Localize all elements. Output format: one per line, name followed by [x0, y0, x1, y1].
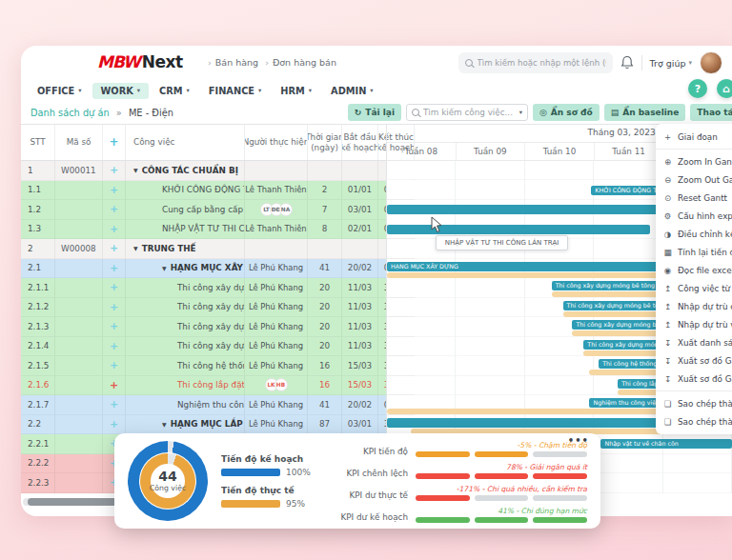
menu-item[interactable]: ◉Đọc file excel dự t — [656, 261, 732, 279]
add-subtask-icon[interactable]: + — [103, 161, 126, 181]
gantt-bar[interactable]: Thi công xây dựng móng bê tông Tủ — [552, 281, 661, 290]
user-avatar[interactable] — [700, 51, 722, 74]
menu-item[interactable]: ⚙Cấu hình expand c — [656, 207, 732, 225]
menu-item[interactable]: ⊕Zoom In Gantt — [656, 152, 732, 170]
cell-assignee: Lê Thanh Thiên — [245, 220, 308, 240]
chevron-down-icon: ▾ — [309, 87, 312, 94]
breadcrumb-item-2[interactable]: Đơn hàng bán — [273, 57, 336, 68]
add-subtask-icon[interactable]: + — [103, 337, 126, 357]
add-subtask-icon[interactable]: + — [103, 298, 126, 318]
menu-item[interactable]: ↥Công việc từ Exce — [656, 279, 732, 297]
nav-item-office[interactable]: OFFICE▾ — [29, 83, 91, 99]
task-row-2.1.1[interactable]: 2.1.1+Thi công xây dựng móng bê tông TLê… — [21, 278, 386, 298]
task-row-2.1.7[interactable]: 2.1.7+Nghiệm thu công việc xây dựng từLê… — [21, 395, 386, 415]
add-subtask-icon[interactable]: + — [103, 181, 126, 201]
reload-button[interactable]: ↻ Tải lại — [348, 104, 401, 121]
nav-item-work[interactable]: WORK▾ — [92, 83, 150, 99]
menu-item[interactable]: ↧Xuất sơ đồ Gantt — [656, 370, 732, 388]
gantt-bar[interactable]: Thi công lắp đặt mốc s — [618, 379, 661, 389]
cell-start-date: 11/03 — [342, 337, 378, 357]
home-fab[interactable]: ⌂ — [717, 79, 732, 98]
notifications-bell-icon[interactable] — [620, 55, 634, 70]
menu-item[interactable]: ↥Nhập dự trù vật li — [656, 315, 732, 333]
cell-code — [55, 376, 103, 396]
hide-baseline-button[interactable]: ▤ Ẩn baseline — [604, 104, 686, 121]
gantt-bar[interactable]: Thi công xây dựng móng bê tô — [572, 320, 661, 330]
add-subtask-icon[interactable]: + — [103, 259, 126, 279]
menu-item[interactable]: ❏Sao chép thành d — [656, 412, 732, 430]
kpi-segment — [475, 473, 529, 479]
add-subtask-icon[interactable]: + — [103, 376, 126, 396]
gantt-bar[interactable]: Nhập vật tư về chân côn — [600, 439, 732, 449]
task-name: CÔNG TÁC CHUẨN BỊ — [142, 166, 238, 175]
task-row-1.2[interactable]: 1.2+Cung cấp bằng cấp chứng chỉ photo cL… — [21, 200, 386, 220]
add-subtask-icon[interactable]: + — [103, 415, 126, 435]
projects-link[interactable]: Danh sách dự án — [30, 108, 110, 118]
collapse-caret-icon[interactable]: ▼ — [133, 167, 138, 173]
global-search-input[interactable]: Tìm kiếm hoặc nhập một lệnh (Ctrl + G) — [458, 52, 613, 73]
app-logo[interactable]: MBWNext — [97, 52, 183, 71]
breadcrumb-item-1[interactable]: Bán hàng — [215, 57, 258, 68]
menu-item[interactable]: ↧Xuất sơ đồ Gantt — [656, 351, 732, 370]
gantt-bar[interactable]: Thi công hệ thống ng — [599, 359, 661, 369]
add-subtask-icon[interactable]: + — [103, 220, 126, 240]
kpi-segment — [475, 451, 529, 457]
nav-item-hrm[interactable]: HRM▾ — [272, 83, 320, 99]
menu-item-label: Nhập dự trù công — [678, 302, 732, 311]
task-row-2.1.4[interactable]: 2.1.4+Thi công xây dựng móng bê tông tLê… — [21, 337, 386, 357]
cell-task: ▼HẠNG MỤC LẮP ĐẶT — [126, 415, 245, 435]
actions-button[interactable]: Thao tác — [690, 104, 732, 121]
task-row-2.1.3[interactable]: 2.1.3+Thi công xây dựng móng bê tông TLê… — [21, 317, 386, 337]
nav-item-finance[interactable]: FINANCE▾ — [200, 83, 270, 99]
divider — [641, 55, 642, 70]
collapse-caret-icon[interactable]: ▼ — [162, 265, 167, 271]
menu-item[interactable]: ↥Nhập dự trù công — [656, 297, 732, 315]
help-menu[interactable]: Trợ giúp ▾ — [650, 58, 692, 69]
menu-item[interactable]: ▦Tính lại tiến độ th — [656, 243, 732, 261]
gantt-bar[interactable] — [387, 225, 650, 234]
gantt-bar[interactable]: Thi công xây dựng móng b — [583, 340, 661, 350]
help-fab[interactable]: ? — [688, 79, 707, 98]
breadcrumb: ›Bán hàng ›Đơn hàng bán — [204, 57, 336, 68]
task-row-2.1.5[interactable]: 2.1.5+Thi công hệ thống ngầm tiếp địa TL… — [21, 356, 386, 376]
add-subtask-icon[interactable]: + — [103, 356, 126, 376]
collapse-caret-icon[interactable]: ▼ — [133, 245, 138, 251]
task-row-2.1.2[interactable]: 2.1.2+Thi công xây dựng móng bê tông tLê… — [21, 298, 386, 318]
add-subtask-icon[interactable]: + — [103, 200, 126, 220]
menu-item[interactable]: ↧Xuất danh sách c — [656, 333, 732, 351]
menu-item[interactable]: ❏Sao chép thành d — [656, 394, 732, 412]
add-subtask-icon[interactable]: + — [103, 317, 126, 337]
menu-item-label: Sao chép thành d — [678, 417, 732, 427]
task-row-2.2[interactable]: 2.2+▼HẠNG MỤC LẮP ĐẶTLê Phú Khang8703/01… — [21, 415, 386, 435]
kpi-row: KPI dư kế hoạch41% - Chi đúng hạn mức — [326, 505, 587, 523]
task-row-2.1[interactable]: 2.1+▼HẠNG MỤC XÂY DỰNGLê Phú Khang4120/0… — [21, 259, 386, 279]
task-row-2[interactable]: 2W00008+▼TRUNG THẾ — [21, 239, 386, 259]
nav-item-admin[interactable]: ADMIN▾ — [322, 83, 382, 99]
menu-item-label: Điều chỉnh kế hoạ — [678, 230, 732, 239]
panel-menu-button[interactable]: ••• — [568, 435, 589, 446]
cell-stt: 2.1.3 — [21, 317, 55, 337]
cell-start-date: 02/01 — [342, 220, 378, 240]
add-subtask-icon[interactable]: + — [103, 278, 126, 298]
chevron-down-icon: ▾ — [187, 87, 190, 94]
menu-item[interactable]: ⊖Zoom Out Gantt — [656, 170, 732, 189]
menu-item[interactable]: ◑Điều chỉnh kế hoạ — [656, 225, 732, 243]
up-icon: ↥ — [662, 320, 673, 330]
task-row-2.1.6[interactable]: 2.1.6+Thi công lắp đặt mốc sứ cáp ngầmLK… — [21, 376, 386, 396]
menu-item[interactable]: +Giai đoạn — [656, 128, 732, 146]
add-subtask-icon[interactable]: + — [103, 239, 126, 259]
menu-item[interactable]: ⊙Reset Gantt — [656, 189, 732, 207]
gantt-bar[interactable]: Thi công xây dựng móng bê tông — [563, 301, 661, 310]
task-row-1.1[interactable]: 1.1+KHỞI CÔNG ĐỘNG THỔ DỰ ÁNLê Thanh Thi… — [21, 181, 386, 201]
hide-diagram-button[interactable]: ◎ Ẩn sơ đồ — [533, 104, 600, 121]
task-search-input[interactable]: Tìm kiếm công việc... ▾ — [406, 104, 528, 121]
collapse-caret-icon[interactable]: ▼ — [162, 421, 167, 428]
add-subtask-icon[interactable]: + — [103, 395, 126, 415]
chevron-down-icon: ▾ — [78, 87, 81, 94]
task-name: HẠNG MỤC LẮP ĐẶT — [171, 419, 245, 429]
gantt-bar[interactable]: KHỞI CÔNG ĐỘNG T — [591, 186, 661, 195]
task-row-1[interactable]: 1W00011+▼CÔNG TÁC CHUẨN BỊ — [21, 161, 386, 181]
nav-item-crm[interactable]: CRM▾ — [151, 83, 198, 99]
task-row-1.3[interactable]: 1.3+NHẬP VẬT TƯ THI CÔNG LÁN TRẠILê Than… — [21, 220, 386, 240]
kpi-row: KPI chênh lệch78% - Giải ngân quá ít — [326, 461, 587, 479]
